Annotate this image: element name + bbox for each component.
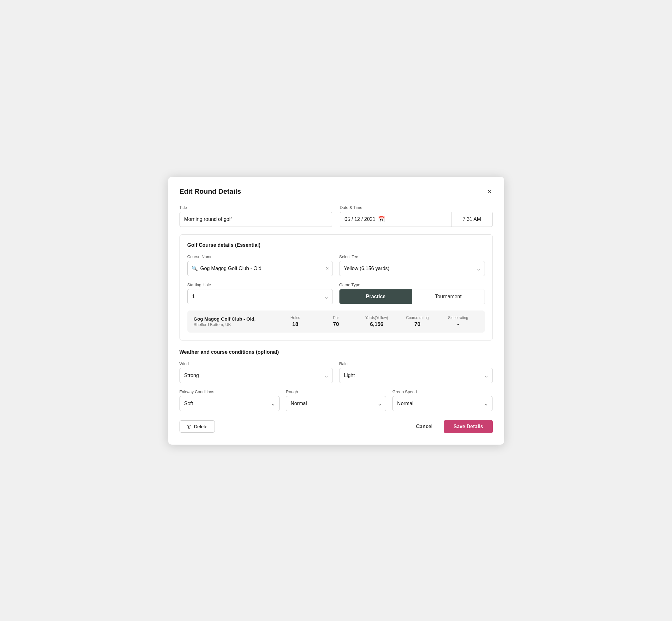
par-label: Par [316, 316, 356, 320]
course-rating-label: Course rating [397, 316, 438, 320]
modal-title: Edit Round Details [179, 188, 241, 196]
trash-icon: 🗑 [187, 424, 192, 429]
rough-select-wrap: SoftNormalHardLong ⌄ [286, 396, 386, 411]
course-tee-row: Course Name 🔍 × Select Tee Yellow (6,156… [187, 254, 485, 276]
starting-hole-wrap: 1234 5678 910 ⌄ [187, 289, 333, 304]
course-rating-value: 70 [397, 321, 438, 328]
starting-hole-dropdown[interactable]: 1234 5678 910 [187, 289, 333, 304]
game-type-group: Game Type Practice Tournament [339, 282, 485, 304]
course-stat-yards: Yards(Yellow) 6,156 [356, 316, 397, 328]
hole-gametype-row: Starting Hole 1234 5678 910 ⌄ Game Type … [187, 282, 485, 304]
delete-button[interactable]: 🗑 Delete [179, 420, 215, 432]
conditions-row: Fairway Conditions SoftNormalHardWet ⌄ R… [179, 389, 493, 411]
time-input-wrap: 7:31 AM [452, 212, 493, 226]
tournament-button[interactable]: Tournament [412, 289, 485, 304]
title-field-group: Title [179, 205, 333, 227]
course-stat-slope-rating: Slope rating - [438, 316, 478, 328]
green-speed-select-wrap: SlowNormalFastVery Fast ⌄ [392, 396, 493, 411]
datetime-label: Date & Time [340, 205, 493, 210]
fairway-label: Fairway Conditions [179, 389, 280, 394]
edit-round-modal: Edit Round Details × Title Date & Time 0… [168, 177, 504, 445]
close-button[interactable]: × [486, 187, 493, 196]
modal-header: Edit Round Details × [179, 187, 493, 196]
datetime-inputs: 05 / 12 / 2021 📅 7:31 AM [340, 212, 493, 227]
search-icon: 🔍 [192, 265, 198, 272]
wind-group: Wind NoneLightModerateStrongVery Strong … [179, 361, 333, 383]
course-stat-holes: Holes 18 [275, 316, 316, 328]
clear-course-button[interactable]: × [326, 266, 329, 272]
course-stat-par: Par 70 [316, 316, 356, 328]
holes-label: Holes [275, 316, 316, 320]
select-tee-wrap: Yellow (6,156 yards) White Red Blue ⌄ [339, 261, 485, 276]
course-stat-course-rating: Course rating 70 [397, 316, 438, 328]
course-name-group: Course Name 🔍 × [187, 254, 333, 276]
green-speed-group: Green Speed SlowNormalFastVery Fast ⌄ [392, 389, 493, 411]
rough-label: Rough [286, 389, 386, 394]
golf-course-section-title: Golf Course details (Essential) [187, 242, 485, 248]
weather-section-title: Weather and course conditions (optional) [179, 349, 493, 355]
par-value: 70 [316, 321, 356, 328]
select-tee-label: Select Tee [339, 254, 485, 259]
datetime-field-group: Date & Time 05 / 12 / 2021 📅 7:31 AM [340, 205, 493, 227]
practice-button[interactable]: Practice [339, 289, 412, 304]
slope-rating-value: - [438, 321, 478, 328]
top-row: Title Date & Time 05 / 12 / 2021 📅 7:31 … [179, 205, 493, 227]
rough-dropdown[interactable]: SoftNormalHardLong [286, 396, 386, 411]
calendar-icon: 📅 [378, 216, 385, 223]
course-info-name: Gog Magog Golf Club - Old, Shelford Bott… [194, 316, 275, 327]
weather-section: Weather and course conditions (optional)… [179, 349, 493, 411]
wind-rain-row: Wind NoneLightModerateStrongVery Strong … [179, 361, 493, 383]
golf-course-section: Golf Course details (Essential) Course N… [179, 235, 493, 340]
yards-value: 6,156 [356, 321, 397, 328]
footer-right: Cancel Save Details [411, 420, 493, 433]
yards-label: Yards(Yellow) [356, 316, 397, 320]
starting-hole-group: Starting Hole 1234 5678 910 ⌄ [187, 282, 333, 304]
slope-rating-label: Slope rating [438, 316, 478, 320]
green-speed-dropdown[interactable]: SlowNormalFastVery Fast [392, 396, 493, 411]
save-button[interactable]: Save Details [444, 420, 493, 433]
holes-value: 18 [275, 321, 316, 328]
course-name-label: Course Name [187, 254, 333, 259]
date-input-wrap: 05 / 12 / 2021 📅 [340, 212, 452, 226]
course-search-wrap: 🔍 × [187, 261, 333, 276]
fairway-select-wrap: SoftNormalHardWet ⌄ [179, 396, 280, 411]
rain-label: Rain [339, 361, 493, 366]
course-info-name-text: Gog Magog Golf Club - Old, [194, 316, 275, 322]
starting-hole-label: Starting Hole [187, 282, 333, 287]
title-label: Title [179, 205, 333, 210]
title-input[interactable] [179, 212, 333, 227]
rain-dropdown[interactable]: NoneLightModerateHeavy [339, 368, 493, 383]
wind-label: Wind [179, 361, 333, 366]
rough-group: Rough SoftNormalHardLong ⌄ [286, 389, 386, 411]
cancel-button[interactable]: Cancel [411, 421, 437, 432]
game-type-toggle: Practice Tournament [339, 289, 485, 304]
rain-group: Rain NoneLightModerateHeavy ⌄ [339, 361, 493, 383]
wind-dropdown[interactable]: NoneLightModerateStrongVery Strong [179, 368, 333, 383]
course-info-box: Gog Magog Golf Club - Old, Shelford Bott… [187, 310, 485, 333]
date-value: 05 / 12 / 2021 [344, 216, 375, 222]
course-name-input[interactable] [200, 266, 323, 272]
time-value: 7:31 AM [463, 216, 481, 222]
rain-select-wrap: NoneLightModerateHeavy ⌄ [339, 368, 493, 383]
wind-select-wrap: NoneLightModerateStrongVery Strong ⌄ [179, 368, 333, 383]
course-info-location: Shelford Bottom, UK [194, 322, 275, 327]
select-tee-dropdown[interactable]: Yellow (6,156 yards) White Red Blue [339, 261, 485, 276]
green-speed-label: Green Speed [392, 389, 493, 394]
fairway-dropdown[interactable]: SoftNormalHardWet [179, 396, 280, 411]
fairway-group: Fairway Conditions SoftNormalHardWet ⌄ [179, 389, 280, 411]
delete-label: Delete [194, 424, 208, 429]
game-type-label: Game Type [339, 282, 485, 287]
footer-row: 🗑 Delete Cancel Save Details [179, 420, 493, 433]
select-tee-group: Select Tee Yellow (6,156 yards) White Re… [339, 254, 485, 276]
